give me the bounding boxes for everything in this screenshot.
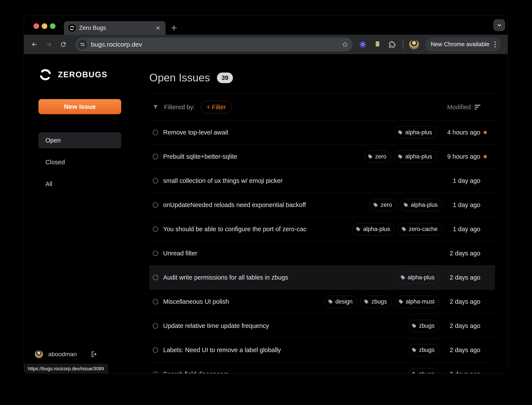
zerobugs-favicon-icon bbox=[68, 24, 76, 32]
chrome-update-chip[interactable]: New Chrome available bbox=[425, 38, 501, 51]
issue-modified-time: 2 days ago bbox=[450, 250, 480, 257]
issue-label-pill[interactable]: zbugs bbox=[408, 344, 439, 356]
extensions-puzzle-icon[interactable] bbox=[387, 40, 397, 49]
issue-modified-time: 1 day ago bbox=[453, 177, 480, 184]
reload-button[interactable] bbox=[59, 40, 68, 49]
issue-label-pill[interactable]: alpha-plus bbox=[400, 199, 442, 211]
new-tab-button[interactable] bbox=[169, 23, 179, 33]
address-bar[interactable]: bugs.rocicorp.dev bbox=[76, 38, 353, 51]
issue-row[interactable]: You should be able to configure the port… bbox=[149, 217, 495, 241]
issue-label-text: zero-cache bbox=[409, 226, 438, 232]
tag-icon bbox=[401, 275, 405, 280]
issue-modified-time: 4 hours ago bbox=[447, 129, 480, 136]
issue-label-pill[interactable]: alpha-must bbox=[395, 296, 439, 308]
sidebar-item-all[interactable]: All bbox=[38, 176, 121, 192]
back-button[interactable] bbox=[30, 40, 39, 49]
issue-label-pill[interactable]: zbugs bbox=[360, 296, 391, 308]
tab-search-button[interactable] bbox=[493, 19, 505, 31]
zoom-window-button[interactable] bbox=[50, 23, 55, 29]
tag-icon bbox=[373, 202, 378, 208]
issue-label-pill[interactable]: alpha-plus bbox=[394, 127, 437, 139]
issue-open-status-icon bbox=[153, 178, 158, 183]
bookmark-star-icon[interactable] bbox=[341, 41, 349, 48]
tab-title: Zero Bugs bbox=[79, 25, 155, 31]
browser-window: Zero Bugs bbox=[24, 15, 508, 373]
sort-label[interactable]: Modified bbox=[447, 104, 471, 111]
extension-coins-icon[interactable] bbox=[373, 40, 382, 49]
issue-row[interactable]: Search field disappears zbugs 2 days ago bbox=[149, 362, 495, 373]
issue-label-pill[interactable]: alpha-plus bbox=[352, 223, 394, 235]
site-settings-icon[interactable] bbox=[78, 40, 88, 49]
issue-labels: zero alpha-plus bbox=[369, 199, 442, 211]
issue-row[interactable]: Labels: Need UI to remove a label global… bbox=[149, 338, 495, 362]
page-header: Open Issues 39 bbox=[149, 71, 495, 84]
issue-title: Prebuilt sqlite+better-sqlite bbox=[163, 153, 364, 160]
issue-modified-time: 2 days ago bbox=[450, 322, 480, 330]
issue-labels: alpha-plus bbox=[397, 272, 439, 284]
issue-open-status-icon bbox=[153, 347, 158, 353]
issue-row[interactable]: small collection of ux things w/ emoji p… bbox=[149, 169, 495, 193]
issue-row[interactable]: Unread filter 2 days ago bbox=[149, 241, 495, 265]
user-name: aboodman bbox=[48, 351, 77, 358]
issue-label-pill[interactable]: zero bbox=[364, 151, 391, 163]
issue-row[interactable]: Prebuilt sqlite+better-sqlite zero alpha… bbox=[149, 145, 495, 169]
tag-icon bbox=[401, 227, 407, 232]
issue-row[interactable]: onUpdateNeeded reloads need exponential … bbox=[149, 193, 495, 217]
sidebar-nav: Open Closed All bbox=[38, 132, 149, 192]
new-issue-button[interactable]: New Issue bbox=[38, 99, 121, 114]
issue-count-badge: 39 bbox=[217, 73, 233, 83]
tag-icon bbox=[412, 372, 417, 373]
issue-label-pill[interactable]: alpha-plus bbox=[397, 272, 439, 284]
issue-open-status-icon bbox=[153, 275, 158, 280]
issue-label-pill[interactable]: zbugs bbox=[408, 368, 439, 374]
browser-tab[interactable]: Zero Bugs bbox=[64, 21, 166, 35]
forward-button[interactable] bbox=[44, 40, 54, 49]
unread-dot bbox=[484, 131, 487, 134]
issue-label-pill[interactable]: alpha-plus bbox=[394, 151, 437, 163]
issue-label-text: alpha-plus bbox=[405, 153, 432, 160]
unread-dot-slot bbox=[480, 179, 490, 182]
issue-label-text: alpha-plus bbox=[408, 274, 435, 281]
browser-toolbar: bugs.rocicorp.dev bbox=[24, 35, 508, 54]
tab-close-icon[interactable] bbox=[155, 25, 161, 31]
issue-title: Audit write permissions for all tables i… bbox=[163, 274, 397, 281]
unread-dot bbox=[484, 155, 487, 158]
issue-label-text: zero bbox=[380, 202, 392, 208]
issue-row[interactable]: Update relative time update frequency zb… bbox=[149, 314, 495, 338]
tag-icon bbox=[412, 348, 417, 352]
issue-open-status-icon bbox=[153, 323, 158, 329]
issue-row[interactable]: Audit write permissions for all tables i… bbox=[149, 265, 495, 290]
issue-labels: zbugs bbox=[408, 320, 439, 332]
issue-labels: alpha-plus bbox=[394, 127, 437, 139]
profile-avatar[interactable] bbox=[409, 40, 419, 49]
issue-labels: design zbugs alpha-must bbox=[324, 296, 439, 308]
issue-labels: zero alpha-plus bbox=[364, 151, 437, 163]
url-text[interactable]: bugs.rocicorp.dev bbox=[91, 41, 341, 48]
issue-row[interactable]: Miscellaneous UI polish design zbugs alp… bbox=[149, 290, 495, 314]
browser-menu-icon[interactable] bbox=[493, 41, 497, 47]
tag-icon bbox=[398, 154, 403, 159]
issue-row[interactable]: Remove top-level await alpha-plus 4 hour… bbox=[149, 121, 495, 145]
close-window-button[interactable] bbox=[34, 23, 39, 29]
issue-label-pill[interactable]: zero bbox=[369, 199, 396, 211]
issue-title: Labels: Need UI to remove a label global… bbox=[163, 346, 408, 354]
issue-modified-time: 1 day ago bbox=[453, 226, 480, 233]
add-filter-button[interactable]: + Filter bbox=[200, 101, 231, 113]
issue-labels: alpha-plus zero-cache bbox=[352, 223, 442, 235]
sidebar-item-open[interactable]: Open bbox=[38, 132, 121, 148]
minimize-window-button[interactable] bbox=[42, 23, 47, 29]
issue-modified-time: 1 day ago bbox=[453, 202, 480, 209]
logout-icon[interactable] bbox=[90, 350, 98, 358]
issue-title: small collection of ux things w/ emoji p… bbox=[163, 177, 453, 184]
extension-asterisk-icon[interactable] bbox=[358, 40, 368, 49]
issue-label-pill[interactable]: zero-cache bbox=[398, 223, 442, 235]
issue-open-status-icon bbox=[153, 130, 158, 135]
issue-modified-time: 2 days ago bbox=[450, 298, 480, 305]
issue-label-pill[interactable]: zbugs bbox=[408, 320, 439, 332]
user-avatar[interactable] bbox=[35, 350, 43, 358]
sort-descending-icon[interactable] bbox=[475, 105, 480, 110]
issue-label-pill[interactable]: design bbox=[324, 296, 357, 308]
sidebar-item-closed[interactable]: Closed bbox=[38, 154, 121, 170]
issue-label-text: alpha-must bbox=[406, 298, 435, 305]
zerobugs-logo-icon bbox=[38, 68, 52, 82]
